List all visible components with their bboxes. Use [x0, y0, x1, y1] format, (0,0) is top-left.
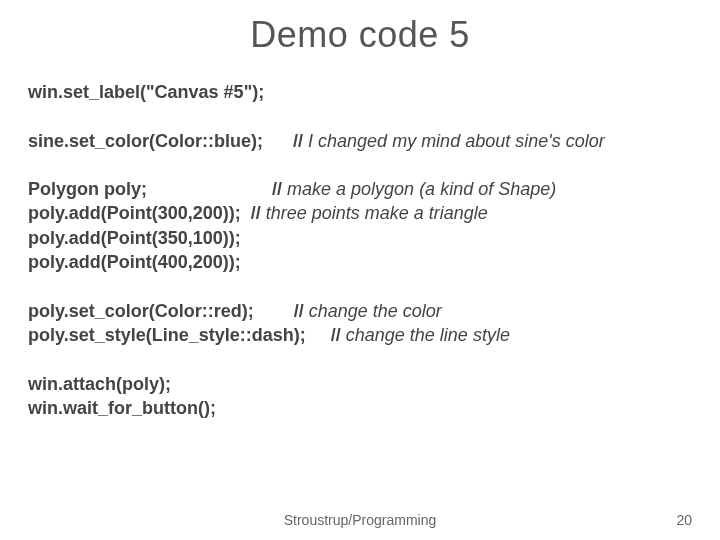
code-text: poly.set_style(Line_style::dash);: [28, 325, 306, 345]
code-line: poly.set_color(Color::red); // change th…: [28, 299, 692, 323]
comment-text: change the color: [304, 301, 442, 321]
code-text: poly.set_color(Color::red);: [28, 301, 254, 321]
code-line: poly.add(Point(400,200));: [28, 250, 692, 274]
code-text: poly.add(Point(300,200));: [28, 203, 241, 223]
blank-line: [28, 153, 692, 177]
slide-body: win.set_label("Canvas #5"); sine.set_col…: [28, 80, 692, 420]
code-line: win.wait_for_button();: [28, 396, 692, 420]
comment-text: I changed my mind about sine's color: [303, 131, 605, 151]
code-line: poly.add(Point(350,100));: [28, 226, 692, 250]
code-pad: [306, 325, 331, 345]
blank-line: [28, 104, 692, 128]
page-number: 20: [676, 512, 692, 528]
blank-line: [28, 274, 692, 298]
comment-text: change the line style: [341, 325, 510, 345]
comment-slash: //: [331, 325, 341, 345]
code-text: win.wait_for_button();: [28, 398, 216, 418]
code-line: poly.add(Point(300,200)); // three point…: [28, 201, 692, 225]
code-text: Polygon poly;: [28, 179, 147, 199]
comment-slash: //: [294, 301, 304, 321]
comment-text: make a polygon (a kind of Shape): [282, 179, 556, 199]
slide-title: Demo code 5: [0, 0, 720, 56]
code-line: sine.set_color(Color::blue); // I change…: [28, 129, 692, 153]
code-pad: [254, 301, 294, 321]
code-text: win.set_label("Canvas #5");: [28, 82, 264, 102]
code-line: win.set_label("Canvas #5");: [28, 80, 692, 104]
code-line: win.attach(poly);: [28, 372, 692, 396]
comment-slash: //: [293, 131, 303, 151]
code-line: Polygon poly; // make a polygon (a kind …: [28, 177, 692, 201]
blank-line: [28, 347, 692, 371]
comment-slash: //: [251, 203, 261, 223]
comment-slash: //: [272, 179, 282, 199]
code-text: poly.add(Point(400,200));: [28, 252, 241, 272]
code-pad: [147, 179, 272, 199]
code-pad: [263, 131, 293, 151]
code-line: poly.set_style(Line_style::dash); // cha…: [28, 323, 692, 347]
footer-center: Stroustrup/Programming: [0, 512, 720, 528]
code-text: poly.add(Point(350,100));: [28, 228, 241, 248]
code-text: sine.set_color(Color::blue);: [28, 131, 263, 151]
comment-text: three points make a triangle: [261, 203, 488, 223]
code-pad: [241, 203, 251, 223]
slide: Demo code 5 win.set_label("Canvas #5"); …: [0, 0, 720, 540]
code-text: win.attach(poly);: [28, 374, 171, 394]
